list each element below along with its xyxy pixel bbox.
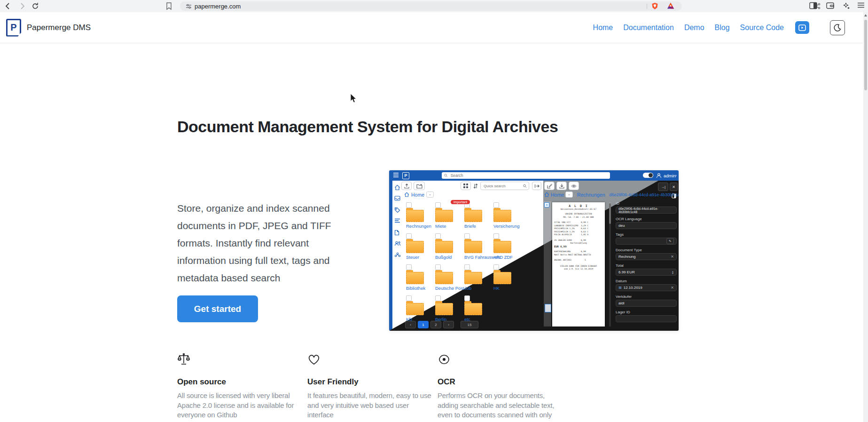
checkbox[interactable] [464, 233, 470, 239]
page-2-button[interactable]: 2 [430, 321, 441, 328]
next-page-button[interactable]: › [443, 321, 454, 328]
documents-icon[interactable] [394, 230, 401, 237]
collapse-panel-button[interactable]: →| [658, 183, 668, 191]
folder-item[interactable]: etc [464, 295, 493, 322]
app-theme-toggle[interactable] [643, 173, 653, 178]
checkbox[interactable] [406, 264, 412, 270]
wallet-icon[interactable] [826, 2, 835, 10]
reload-icon[interactable] [31, 2, 39, 10]
forward-icon[interactable] [18, 2, 26, 10]
bookmark-icon[interactable] [165, 2, 174, 11]
breadcrumb-home[interactable]: Home [411, 192, 424, 198]
folder-item[interactable]: ARD ZDF [493, 233, 522, 260]
quick-search-input[interactable] [480, 182, 529, 190]
brave-shield-icon[interactable] [651, 2, 658, 9]
page-1-button[interactable]: 1 [418, 321, 429, 328]
chevron-down-icon[interactable]: ⌄ [565, 191, 573, 198]
folder-item[interactable]: BVG Fahrausweis [464, 233, 493, 260]
checkbox[interactable] [406, 233, 412, 239]
nav-link-blog[interactable]: Blog [715, 24, 730, 32]
youtube-button[interactable] [795, 21, 809, 34]
nav-link-demo[interactable]: Demo [684, 24, 704, 32]
checkbox[interactable] [406, 295, 412, 301]
prev-page-button[interactable]: ‹ [405, 321, 416, 328]
upload-button[interactable] [401, 182, 412, 190]
url-text[interactable]: papermerge.com [195, 3, 241, 10]
chevron-down-icon[interactable]: ⌄ [426, 191, 434, 198]
nav-link-documentation[interactable]: Documentation [623, 24, 674, 32]
checkbox[interactable] [493, 264, 499, 270]
checkbox[interactable] [435, 264, 441, 270]
chevron-right-icon[interactable]: › [675, 173, 677, 178]
breadcrumb-file[interactable]: d6e29f06-4c6d-44cd-a91e-4b30bfc1c48e.pdf [609, 192, 679, 197]
close-viewer-button[interactable]: ✕ [670, 183, 678, 191]
dark-mode-toggle[interactable] [830, 20, 845, 35]
list-icon[interactable] [394, 218, 401, 225]
sidebar-toggle-icon[interactable] [809, 2, 818, 10]
brave-rewards-icon[interactable] [667, 2, 673, 9]
calendar-icon[interactable]: ⊞ [618, 286, 622, 290]
checkbox[interactable] [464, 264, 470, 270]
users-icon[interactable] [394, 241, 401, 248]
open-viewer-button[interactable] [532, 182, 541, 190]
checkbox[interactable] [435, 295, 441, 301]
breadcrumb-folder[interactable]: Rechnungen [577, 192, 605, 198]
checkbox[interactable] [493, 202, 499, 208]
tag-badge[interactable]: important [451, 200, 470, 204]
url-bar[interactable]: papermerge.com [180, 1, 682, 11]
scrollbar-thumb[interactable] [609, 203, 611, 224]
app-search-input[interactable] [442, 172, 610, 179]
viewer-scrollbar[interactable] [609, 202, 611, 326]
groups-icon[interactable] [394, 252, 401, 259]
folder-item[interactable]: Miete [435, 202, 463, 229]
folder-item[interactable]: Bußgold [435, 233, 463, 260]
checkbox[interactable] [435, 233, 441, 239]
home-icon [544, 192, 549, 197]
folder-item[interactable]: Berlin [435, 295, 463, 322]
nav-link-source-code[interactable]: Source Code [740, 24, 784, 32]
leo-ai-icon[interactable] [842, 2, 851, 10]
menu-icon[interactable] [857, 2, 866, 10]
checkbox[interactable] [464, 295, 470, 301]
field-lager-id: Lager ID [616, 310, 677, 322]
preview-eye-button[interactable] [569, 182, 579, 190]
download-button[interactable] [556, 182, 567, 190]
inbox-icon[interactable] [394, 196, 401, 203]
page-scrollbar[interactable] [863, 12, 868, 422]
edit-tags-icon[interactable]: ✎ [666, 238, 674, 244]
back-icon[interactable] [4, 2, 12, 10]
get-started-button[interactable]: Get started [177, 295, 258, 322]
checkbox[interactable] [493, 233, 499, 239]
brand[interactable]: P Papermerge DMS [6, 19, 91, 37]
user-name[interactable]: admin [664, 173, 676, 178]
tags-icon[interactable] [394, 207, 401, 214]
folder-item[interactable]: Briefe [464, 202, 493, 229]
site-settings-icon[interactable] [186, 3, 192, 10]
field-id: ID d6e29f06-4c6d-44cd-a91e-4b30bfc1c48 [616, 201, 677, 214]
nav-link-home[interactable]: Home [593, 24, 613, 32]
sort-button[interactable] [472, 182, 479, 190]
folder-item[interactable]: Rechnungen [406, 202, 434, 229]
stepper-icon[interactable]: ▲▼ [672, 271, 674, 274]
new-folder-button[interactable] [414, 182, 425, 190]
scrollbar-up-arrow[interactable] [864, 14, 867, 16]
folder-item[interactable]: Deutsche Post [435, 264, 463, 291]
clear-icon[interactable]: ✕ [671, 286, 674, 290]
checkbox[interactable] [435, 202, 441, 208]
folder-item[interactable]: Versicherung [493, 202, 522, 229]
folder-item[interactable]: HK [493, 264, 522, 291]
scrollbar-thumb[interactable] [864, 20, 867, 90]
document-options-icon[interactable]: a [544, 202, 549, 207]
folder-item[interactable]: Steuer [406, 233, 434, 260]
clear-icon[interactable]: ✕ [671, 255, 674, 259]
edit-button[interactable] [544, 182, 555, 190]
folder-item[interactable]: Bibliothek [406, 264, 434, 291]
folder-item[interactable]: Kfz [406, 295, 434, 322]
breadcrumb-home[interactable]: Home [551, 192, 564, 198]
folder-item[interactable]: Job [464, 264, 493, 291]
page-thumbnail[interactable] [545, 304, 551, 312]
home-icon[interactable] [394, 184, 401, 191]
grid-view-button[interactable] [461, 182, 471, 190]
page-size-select[interactable]: 15 [461, 321, 478, 328]
checkbox[interactable] [406, 202, 412, 208]
